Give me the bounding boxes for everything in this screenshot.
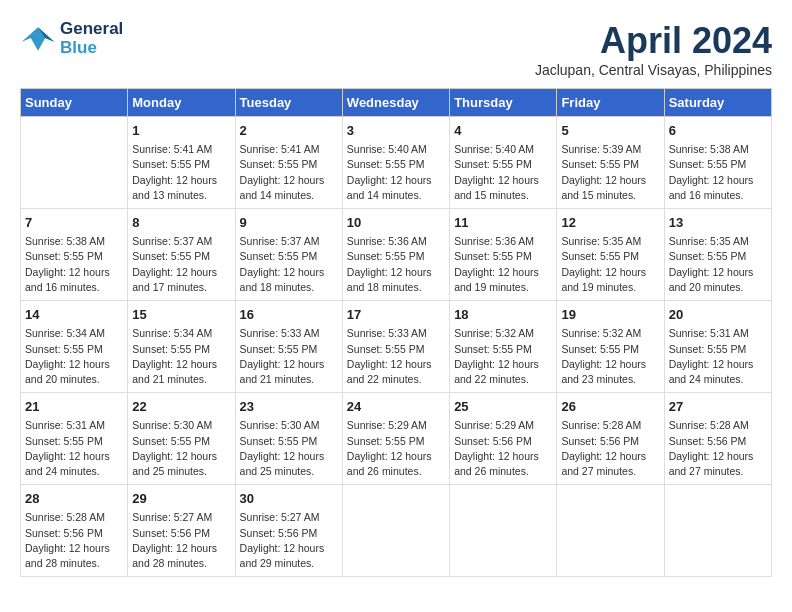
day-number: 29 [132,490,230,508]
week-row-2: 7Sunrise: 5:38 AMSunset: 5:55 PMDaylight… [21,209,772,301]
day-info: Sunrise: 5:41 AMSunset: 5:55 PMDaylight:… [240,142,338,203]
day-number: 12 [561,214,659,232]
day-number: 8 [132,214,230,232]
week-row-5: 28Sunrise: 5:28 AMSunset: 5:56 PMDayligh… [21,485,772,577]
day-info: Sunrise: 5:37 AMSunset: 5:55 PMDaylight:… [132,234,230,295]
weekday-header-tuesday: Tuesday [235,89,342,117]
page-header: General Blue April 2024 Jaclupan, Centra… [20,20,772,78]
day-info: Sunrise: 5:41 AMSunset: 5:55 PMDaylight:… [132,142,230,203]
logo-text: General Blue [60,20,123,57]
calendar-cell: 24Sunrise: 5:29 AMSunset: 5:55 PMDayligh… [342,393,449,485]
day-number: 10 [347,214,445,232]
day-number: 11 [454,214,552,232]
day-number: 16 [240,306,338,324]
day-info: Sunrise: 5:34 AMSunset: 5:55 PMDaylight:… [25,326,123,387]
day-number: 24 [347,398,445,416]
calendar-cell: 14Sunrise: 5:34 AMSunset: 5:55 PMDayligh… [21,301,128,393]
logo-icon [20,25,56,53]
day-number: 30 [240,490,338,508]
day-number: 9 [240,214,338,232]
calendar-cell: 6Sunrise: 5:38 AMSunset: 5:55 PMDaylight… [664,117,771,209]
day-info: Sunrise: 5:29 AMSunset: 5:56 PMDaylight:… [454,418,552,479]
calendar-cell: 16Sunrise: 5:33 AMSunset: 5:55 PMDayligh… [235,301,342,393]
day-number: 15 [132,306,230,324]
calendar-cell [450,485,557,577]
day-info: Sunrise: 5:28 AMSunset: 5:56 PMDaylight:… [561,418,659,479]
location: Jaclupan, Central Visayas, Philippines [535,62,772,78]
weekday-header-saturday: Saturday [664,89,771,117]
day-number: 25 [454,398,552,416]
day-info: Sunrise: 5:28 AMSunset: 5:56 PMDaylight:… [25,510,123,571]
calendar-cell [664,485,771,577]
day-number: 22 [132,398,230,416]
day-info: Sunrise: 5:40 AMSunset: 5:55 PMDaylight:… [347,142,445,203]
day-info: Sunrise: 5:34 AMSunset: 5:55 PMDaylight:… [132,326,230,387]
day-info: Sunrise: 5:40 AMSunset: 5:55 PMDaylight:… [454,142,552,203]
day-info: Sunrise: 5:38 AMSunset: 5:55 PMDaylight:… [669,142,767,203]
day-info: Sunrise: 5:30 AMSunset: 5:55 PMDaylight:… [132,418,230,479]
calendar-cell: 4Sunrise: 5:40 AMSunset: 5:55 PMDaylight… [450,117,557,209]
calendar-cell: 21Sunrise: 5:31 AMSunset: 5:55 PMDayligh… [21,393,128,485]
weekday-header-wednesday: Wednesday [342,89,449,117]
calendar-cell: 25Sunrise: 5:29 AMSunset: 5:56 PMDayligh… [450,393,557,485]
day-number: 2 [240,122,338,140]
day-number: 1 [132,122,230,140]
calendar-cell [21,117,128,209]
day-info: Sunrise: 5:33 AMSunset: 5:55 PMDaylight:… [347,326,445,387]
day-info: Sunrise: 5:27 AMSunset: 5:56 PMDaylight:… [132,510,230,571]
calendar-cell: 18Sunrise: 5:32 AMSunset: 5:55 PMDayligh… [450,301,557,393]
calendar-cell [557,485,664,577]
day-info: Sunrise: 5:32 AMSunset: 5:55 PMDaylight:… [561,326,659,387]
day-number: 23 [240,398,338,416]
day-number: 28 [25,490,123,508]
calendar-cell: 12Sunrise: 5:35 AMSunset: 5:55 PMDayligh… [557,209,664,301]
weekday-header-friday: Friday [557,89,664,117]
day-number: 17 [347,306,445,324]
calendar-cell: 26Sunrise: 5:28 AMSunset: 5:56 PMDayligh… [557,393,664,485]
day-info: Sunrise: 5:35 AMSunset: 5:55 PMDaylight:… [561,234,659,295]
day-info: Sunrise: 5:36 AMSunset: 5:55 PMDaylight:… [454,234,552,295]
day-info: Sunrise: 5:29 AMSunset: 5:55 PMDaylight:… [347,418,445,479]
day-number: 27 [669,398,767,416]
calendar-cell: 13Sunrise: 5:35 AMSunset: 5:55 PMDayligh… [664,209,771,301]
day-info: Sunrise: 5:36 AMSunset: 5:55 PMDaylight:… [347,234,445,295]
calendar-cell: 3Sunrise: 5:40 AMSunset: 5:55 PMDaylight… [342,117,449,209]
day-info: Sunrise: 5:35 AMSunset: 5:55 PMDaylight:… [669,234,767,295]
weekday-header-sunday: Sunday [21,89,128,117]
calendar-cell: 8Sunrise: 5:37 AMSunset: 5:55 PMDaylight… [128,209,235,301]
day-info: Sunrise: 5:37 AMSunset: 5:55 PMDaylight:… [240,234,338,295]
day-number: 14 [25,306,123,324]
day-info: Sunrise: 5:28 AMSunset: 5:56 PMDaylight:… [669,418,767,479]
day-number: 13 [669,214,767,232]
calendar-cell: 15Sunrise: 5:34 AMSunset: 5:55 PMDayligh… [128,301,235,393]
day-info: Sunrise: 5:31 AMSunset: 5:55 PMDaylight:… [669,326,767,387]
day-info: Sunrise: 5:39 AMSunset: 5:55 PMDaylight:… [561,142,659,203]
calendar-cell: 29Sunrise: 5:27 AMSunset: 5:56 PMDayligh… [128,485,235,577]
day-info: Sunrise: 5:30 AMSunset: 5:55 PMDaylight:… [240,418,338,479]
day-number: 21 [25,398,123,416]
calendar-cell: 9Sunrise: 5:37 AMSunset: 5:55 PMDaylight… [235,209,342,301]
calendar-table: SundayMondayTuesdayWednesdayThursdayFrid… [20,88,772,577]
calendar-cell: 27Sunrise: 5:28 AMSunset: 5:56 PMDayligh… [664,393,771,485]
calendar-cell: 19Sunrise: 5:32 AMSunset: 5:55 PMDayligh… [557,301,664,393]
day-number: 19 [561,306,659,324]
day-number: 7 [25,214,123,232]
calendar-cell: 22Sunrise: 5:30 AMSunset: 5:55 PMDayligh… [128,393,235,485]
calendar-cell: 23Sunrise: 5:30 AMSunset: 5:55 PMDayligh… [235,393,342,485]
calendar-cell: 1Sunrise: 5:41 AMSunset: 5:55 PMDaylight… [128,117,235,209]
day-number: 26 [561,398,659,416]
calendar-cell: 20Sunrise: 5:31 AMSunset: 5:55 PMDayligh… [664,301,771,393]
calendar-cell: 17Sunrise: 5:33 AMSunset: 5:55 PMDayligh… [342,301,449,393]
day-info: Sunrise: 5:32 AMSunset: 5:55 PMDaylight:… [454,326,552,387]
month-title: April 2024 [535,20,772,62]
week-row-1: 1Sunrise: 5:41 AMSunset: 5:55 PMDaylight… [21,117,772,209]
calendar-cell: 30Sunrise: 5:27 AMSunset: 5:56 PMDayligh… [235,485,342,577]
weekday-header-monday: Monday [128,89,235,117]
calendar-cell: 11Sunrise: 5:36 AMSunset: 5:55 PMDayligh… [450,209,557,301]
calendar-cell: 10Sunrise: 5:36 AMSunset: 5:55 PMDayligh… [342,209,449,301]
logo: General Blue [20,20,123,57]
day-info: Sunrise: 5:31 AMSunset: 5:55 PMDaylight:… [25,418,123,479]
day-number: 4 [454,122,552,140]
weekday-header-row: SundayMondayTuesdayWednesdayThursdayFrid… [21,89,772,117]
day-number: 3 [347,122,445,140]
